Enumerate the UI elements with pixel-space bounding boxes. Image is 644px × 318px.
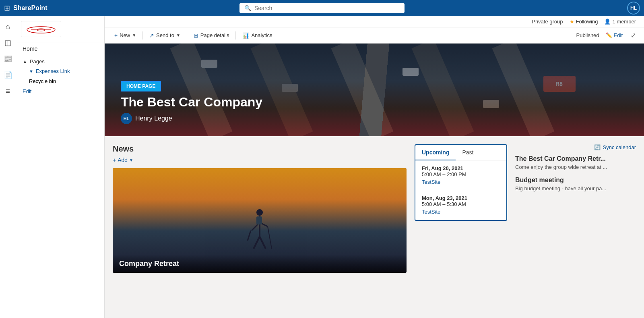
private-group-label: Private group [532,19,563,25]
right-col: 🔄 Sync calendar The Best Car Company Ret… [515,144,636,273]
event-1-desc: Come enjoy the group wide retreat at ... [515,164,636,170]
svg-line-21 [260,237,266,249]
topbar: ⊞ SharePoint 🔍 HL [0,0,644,16]
nav-home-label: Home [23,46,37,52]
event-1-link[interactable]: TestSite [422,179,500,185]
expenses-link-label: Expenses Link [36,68,70,74]
event-item-2: Mon, Aug 23, 2021 5:00 AM – 5:30 AM Test… [415,190,506,220]
event-1-title: The Best Car Company Retr... [515,155,636,162]
site-logo [16,16,104,42]
send-icon: ↗ [149,32,154,39]
event-card-1: The Best Car Company Retr... Come enjoy … [515,155,636,170]
sync-icon: 🔄 [594,144,601,150]
news-section: News + Add ▼ [113,144,407,273]
toolbar-divider-2 [187,31,187,39]
news-add-chevron-icon: ▼ [129,158,133,162]
plus-icon: + [114,32,118,39]
chevron-up-icon: ▲ [23,59,27,64]
news-title: News [113,144,407,154]
toolbar-right: Published ✏️ Edit ⤢ [576,30,638,41]
details-icon: ⊞ [194,32,198,39]
event-2-time: 5:00 AM – 5:30 AM [422,201,500,207]
nav-pages-section[interactable]: ▲ Pages [16,55,104,66]
analytics-button[interactable]: 📊 Analytics [239,31,275,40]
new-button[interactable]: + New ▼ [111,31,139,40]
brand-label: SharePoint [13,4,47,12]
toolbar-divider-3 [235,31,236,39]
nav-edit[interactable]: Edit [16,86,104,96]
edit-button[interactable]: ✏️ Edit [603,31,626,40]
page-body: News + Add ▼ [105,136,644,281]
event-1-time: 5:00 AM – 2:00 PM [422,171,500,177]
svg-line-23 [268,227,272,249]
new-chevron-icon: ▼ [132,33,136,37]
nav-expenses-link[interactable]: ▼ Expenses Link [16,66,104,76]
hero-title: The Best Car Company [121,95,262,110]
hero-content: HOME PAGE The Best Car Company HL Henry … [121,81,262,124]
content-area: Private group ★ Following 👤 1 member + N… [105,16,644,318]
svg-line-22 [248,231,251,241]
author-name: Henry Legge [135,115,172,122]
svg-line-20 [254,237,260,249]
nav-home[interactable]: Home [16,42,104,55]
svg-rect-10 [201,60,217,68]
svg-rect-13 [483,100,499,108]
main-layout: ⌂ ◫ 📰 📄 ≡ Home ▲ Pages ▼ Expens [16,16,644,318]
event-2-date: Mon, Aug 23, 2021 [422,195,500,201]
news-plus-icon: + [113,157,116,163]
svg-rect-11 [282,84,298,92]
event-2-title: Budget meeting [515,177,636,184]
nav-edit-label: Edit [23,88,31,94]
home-page-badge: HOME PAGE [121,81,161,91]
page-details-button[interactable]: ⊞ Page details [190,31,233,40]
fullscreen-button[interactable]: ⤢ [629,30,638,41]
members-label: 👤 1 member [604,19,636,25]
chevron-down-small-icon: ▼ [29,69,33,74]
nav-pages-label: Pages [30,58,45,64]
past-tab[interactable]: Past [456,145,480,160]
events-widget: Upcoming Past Fri, Aug 20, 2021 5:00 AM … [415,144,507,221]
news-card[interactable]: Company Retreat [113,168,407,273]
analytics-icon: 📊 [242,32,249,39]
send-to-button[interactable]: ↗ Send to ▼ [146,31,184,40]
hero-author: HL Henry Legge [121,113,262,124]
user-avatar[interactable]: HL [627,2,640,15]
sync-calendar-button[interactable]: 🔄 Sync calendar [515,144,636,150]
news-card-label: Company Retreat [113,255,407,273]
search-icon: 🔍 [244,5,251,11]
svg-text:R8: R8 [555,81,563,87]
page-toolbar: + New ▼ ↗ Send to ▼ ⊞ Page details 📊 [105,27,644,44]
hero-banner: R8 HOME PAGE The Best Car Company HL Hen… [105,44,644,136]
author-avatar: HL [121,113,132,124]
svg-rect-12 [402,68,419,76]
search-input[interactable] [254,5,400,11]
following-label[interactable]: ★ Following [570,19,598,25]
event-card-2: Budget meeting Big budget meeting - have… [515,177,636,191]
edit-icon: ✏️ [606,32,612,38]
sendto-chevron-icon: ▼ [176,33,180,37]
svg-rect-0 [23,22,59,36]
toolbar-divider-1 [142,31,143,39]
logo-placeholder [21,21,61,37]
nav-recycle-bin[interactable]: Recycle bin [16,76,104,86]
group-bar: Private group ★ Following 👤 1 member [105,16,644,27]
event-2-desc: Big budget meeting - have all your pa... [515,185,636,191]
grid-icon[interactable]: ⊞ [4,4,10,12]
event-item-1: Fri, Aug 20, 2021 5:00 AM – 2:00 PM Test… [415,160,506,190]
events-tabs: Upcoming Past [415,145,506,160]
search-box[interactable]: 🔍 [239,3,405,13]
news-add-button[interactable]: + Add ▼ [113,157,407,163]
recycle-bin-label: Recycle bin [29,78,56,84]
event-2-link[interactable]: TestSite [422,209,500,215]
star-icon: ★ [570,19,574,25]
published-status: Published [576,32,599,38]
person-icon: 👤 [604,19,611,25]
svg-point-16 [256,209,263,216]
toolbar-left: + New ▼ ↗ Send to ▼ ⊞ Page details 📊 [111,31,275,40]
svg-rect-24 [256,216,262,224]
left-nav: Home ▲ Pages ▼ Expenses Link Recycle bin… [16,16,105,318]
upcoming-tab[interactable]: Upcoming [415,145,456,160]
event-1-date: Fri, Aug 20, 2021 [422,165,500,171]
